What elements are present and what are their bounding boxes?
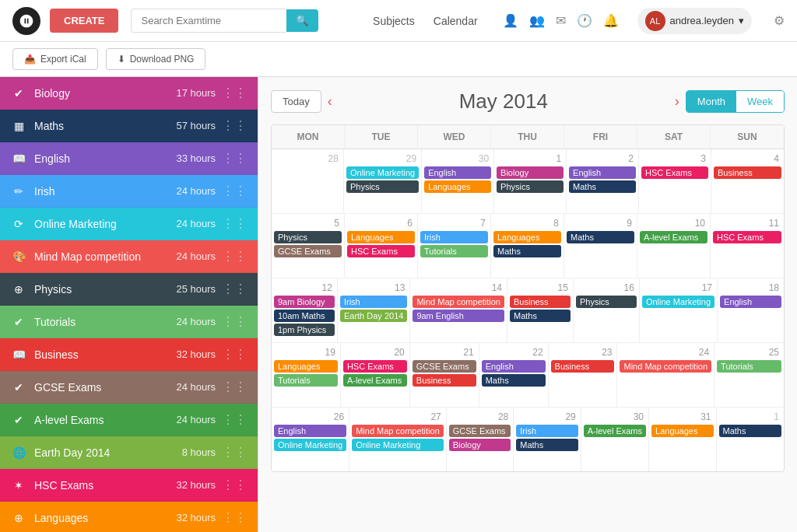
- cal-cell[interactable]: 129am Biology10am Maths1pm Physics: [272, 278, 338, 342]
- cal-event[interactable]: Business: [551, 360, 615, 373]
- cal-cell[interactable]: 10A-level Exams: [637, 214, 711, 278]
- cal-event[interactable]: Maths: [567, 231, 634, 243]
- sidebar-item-online-marketing[interactable]: ⟳ Online Marketing 24 hours ⋮⋮: [0, 208, 258, 240]
- sidebar-item-irish[interactable]: ✏ Irish 24 hours ⋮⋮: [0, 175, 258, 208]
- cal-event[interactable]: Irish: [420, 231, 488, 243]
- cal-event[interactable]: English: [569, 166, 636, 179]
- cal-cell[interactable]: 1BiologyPhysics: [494, 149, 567, 213]
- cal-event[interactable]: Maths: [569, 180, 636, 193]
- clock-icon[interactable]: 🕐: [577, 13, 592, 28]
- drag-handle[interactable]: ⋮⋮: [222, 216, 247, 231]
- cal-cell[interactable]: 26EnglishOnline Marketing: [272, 408, 349, 471]
- cal-event[interactable]: Irish: [516, 425, 578, 437]
- cal-cell[interactable]: 1Maths: [717, 408, 784, 471]
- drag-handle[interactable]: ⋮⋮: [222, 347, 247, 362]
- cal-cell[interactable]: 11HSC Exams: [711, 214, 784, 278]
- drag-handle[interactable]: ⋮⋮: [222, 249, 247, 264]
- cal-cell[interactable]: 3HSC Exams: [639, 149, 711, 213]
- sidebar-item-gcse-exams[interactable]: ✔ GCSE Exams 24 hours ⋮⋮: [0, 371, 258, 404]
- drag-handle[interactable]: ⋮⋮: [222, 412, 247, 427]
- cal-event[interactable]: Maths: [719, 425, 781, 437]
- cal-event[interactable]: GCSE Exams: [449, 425, 511, 437]
- bell-icon[interactable]: 🔔: [603, 13, 619, 28]
- cal-event[interactable]: Earth Day 2014: [340, 310, 407, 322]
- cal-event[interactable]: HSC Exams: [347, 245, 415, 257]
- cal-event[interactable]: GCSE Exams: [274, 245, 342, 257]
- cal-cell[interactable]: 19LanguagesTutorials: [272, 343, 341, 407]
- create-button[interactable]: CREATE: [50, 9, 118, 33]
- cal-event[interactable]: Irish: [340, 296, 407, 308]
- sidebar-item-earth-day-2014[interactable]: 🌐 Earth Day 2014 8 hours ⋮⋮: [0, 436, 258, 469]
- cal-event[interactable]: Physics: [346, 180, 419, 193]
- cal-event[interactable]: HSC Exams: [713, 231, 781, 243]
- cal-cell[interactable]: 13IrishEarth Day 2014: [338, 278, 410, 342]
- cal-cell[interactable]: 16Physics: [574, 278, 640, 342]
- cal-event[interactable]: Languages: [424, 180, 491, 193]
- cal-event[interactable]: Business: [714, 166, 781, 179]
- people-icon[interactable]: 👥: [529, 13, 545, 28]
- cal-event[interactable]: Maths: [510, 310, 571, 322]
- cal-cell[interactable]: 17Online Marketing: [640, 278, 718, 342]
- month-view-button[interactable]: Month: [686, 91, 736, 112]
- cal-event[interactable]: A-level Exams: [640, 231, 707, 243]
- sidebar-item-physics[interactable]: ⊕ Physics 25 hours ⋮⋮: [0, 273, 258, 306]
- cal-event[interactable]: Maths: [516, 439, 578, 451]
- drag-handle[interactable]: ⋮⋮: [222, 184, 247, 198]
- cal-event[interactable]: A-level Exams: [343, 374, 407, 387]
- download-png-button[interactable]: ⬇ Download PNG: [106, 48, 206, 70]
- cal-event[interactable]: Languages: [651, 425, 713, 437]
- sidebar-item-mind-map-competition[interactable]: 🎨 Mind Map competition 24 hours ⋮⋮: [0, 240, 258, 273]
- cal-event[interactable]: Biology: [449, 439, 511, 451]
- sidebar-item-tutorials[interactable]: ✔ Tutorials 24 hours ⋮⋮: [0, 306, 258, 338]
- sidebar-item-english[interactable]: 📖 English 33 hours ⋮⋮: [0, 142, 258, 175]
- cal-event[interactable]: Business: [510, 296, 571, 308]
- drag-handle[interactable]: ⋮⋮: [222, 282, 247, 296]
- nav-subjects[interactable]: Subjects: [373, 15, 415, 27]
- cal-cell[interactable]: 9Maths: [564, 214, 637, 278]
- cal-cell[interactable]: 14Mind Map competition9am English: [410, 278, 507, 342]
- nav-calendar[interactable]: Calendar: [434, 15, 478, 27]
- cal-event[interactable]: Languages: [347, 231, 415, 243]
- cal-cell[interactable]: 29IrishMaths: [514, 408, 581, 471]
- cal-event[interactable]: English: [274, 425, 346, 437]
- cal-event[interactable]: 1pm Physics: [274, 324, 335, 336]
- cal-event[interactable]: English: [720, 296, 781, 308]
- cal-event[interactable]: Mind Map competition: [352, 425, 444, 437]
- cal-event[interactable]: Tutorials: [717, 360, 781, 373]
- prev-month-button[interactable]: ‹: [321, 93, 339, 110]
- person-icon[interactable]: 👤: [503, 13, 518, 28]
- cal-event[interactable]: Online Marketing: [352, 439, 444, 451]
- cal-cell[interactable]: 30A-level Exams: [581, 408, 649, 471]
- cal-event[interactable]: Languages: [274, 360, 338, 373]
- search-input[interactable]: [131, 9, 286, 33]
- cal-cell[interactable]: 27Mind Map competitionOnline Marketing: [349, 408, 447, 471]
- cal-cell[interactable]: 23Business: [549, 343, 618, 407]
- cal-cell[interactable]: 29Online MarketingPhysics: [344, 149, 422, 213]
- cal-event[interactable]: Physics: [497, 180, 564, 193]
- cal-cell[interactable]: 6LanguagesHSC Exams: [345, 214, 418, 278]
- cal-event[interactable]: 9am English: [413, 310, 504, 322]
- cal-event[interactable]: Physics: [576, 296, 637, 308]
- sidebar-item-business[interactable]: 📖 Business 32 hours ⋮⋮: [0, 338, 258, 371]
- week-view-button[interactable]: Week: [736, 91, 784, 112]
- cal-event[interactable]: HSC Exams: [641, 166, 708, 179]
- cal-event[interactable]: 10am Maths: [274, 310, 335, 322]
- export-ical-button[interactable]: 📤 Export iCal: [12, 48, 98, 70]
- drag-handle[interactable]: ⋮⋮: [222, 86, 247, 100]
- next-month-button[interactable]: ›: [669, 93, 686, 110]
- cal-cell[interactable]: 31Languages: [649, 408, 716, 471]
- cal-event[interactable]: Languages: [493, 231, 561, 243]
- cal-cell[interactable]: 28GCSE ExamsBiology: [447, 408, 514, 471]
- drag-handle[interactable]: ⋮⋮: [222, 510, 247, 525]
- drag-handle[interactable]: ⋮⋮: [222, 380, 247, 394]
- cal-event[interactable]: Tutorials: [274, 374, 338, 387]
- sidebar-item-hsc-exams[interactable]: ✶ HSC Exams 32 hours ⋮⋮: [0, 469, 258, 502]
- cal-cell[interactable]: 8LanguagesMaths: [491, 214, 564, 278]
- cal-event[interactable]: A-level Exams: [584, 425, 646, 437]
- cal-cell[interactable]: 18English: [718, 278, 784, 342]
- cal-cell[interactable]: 2EnglishMaths: [567, 149, 639, 213]
- sidebar-item-a-level-exams[interactable]: ✔ A-level Exams 24 hours ⋮⋮: [0, 404, 258, 436]
- cal-cell[interactable]: 15BusinessMaths: [507, 278, 574, 342]
- cal-cell[interactable]: 7IrishTutorials: [418, 214, 491, 278]
- cal-cell[interactable]: 5PhysicsGCSE Exams: [272, 214, 345, 278]
